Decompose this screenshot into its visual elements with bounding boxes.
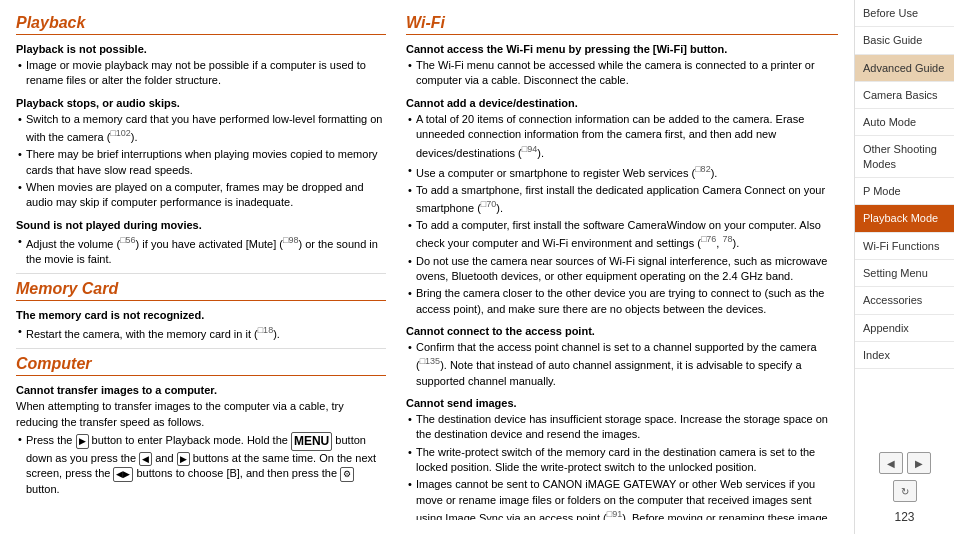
wifi-q4-bullet2: The write-protect switch of the memory c…	[406, 445, 838, 476]
func-icon: ⚙	[340, 467, 354, 482]
sidebar-item-p-mode[interactable]: P Mode	[855, 178, 954, 205]
left-icon: ◀	[139, 452, 152, 467]
wifi-section: Wi-Fi Cannot access the Wi-Fi menu by pr…	[406, 14, 838, 520]
wifi-q4-title: Cannot send images.	[406, 397, 838, 409]
sidebar-item-playback-mode[interactable]: Playback Mode	[855, 205, 954, 232]
playback-title: Playback	[16, 14, 386, 35]
sidebar-item-auto-mode[interactable]: Auto Mode	[855, 109, 954, 136]
wifi-q3-title: Cannot connect to the access point.	[406, 325, 838, 337]
wifi-q1-bullet1: The Wi-Fi menu cannot be accessed while …	[406, 58, 838, 89]
back-button[interactable]: ↻	[893, 480, 917, 502]
wifi-q2-title: Cannot add a device/destination.	[406, 97, 838, 109]
sidebar-item-other-shooting[interactable]: Other Shooting Modes	[855, 136, 954, 178]
sidebar-item-setting-menu[interactable]: Setting Menu	[855, 260, 954, 287]
playback-q1-bullet1: Image or movie playback may not be possi…	[16, 58, 386, 89]
wifi-q2-bullet4: To add a computer, first install the sof…	[406, 218, 838, 251]
wifi-q4-bullet3: Images cannot be sent to CANON iMAGE GAT…	[406, 477, 838, 520]
sidebar-item-basic-guide[interactable]: Basic Guide	[855, 27, 954, 54]
sidebar-item-appendix[interactable]: Appendix	[855, 315, 954, 342]
playback-q3-title: Sound is not played during movies.	[16, 219, 386, 231]
wifi-q2-bullet2: Use a computer or smartphone to register…	[406, 163, 838, 181]
wifi-q2-bullet1: A total of 20 items of connection inform…	[406, 112, 838, 161]
memory-card-title: Memory Card	[16, 280, 386, 301]
wifi-title: Wi-Fi	[406, 14, 838, 35]
playback-q2-bullet3: When movies are played on a computer, fr…	[16, 180, 386, 211]
next-page-button[interactable]: ▶	[907, 452, 931, 474]
playback-q2-title: Playback stops, or audio skips.	[16, 97, 386, 109]
wifi-q4-bullet1: The destination device has insufficient …	[406, 412, 838, 443]
prev-page-button[interactable]: ◀	[879, 452, 903, 474]
wifi-q2-bullet6: Bring the camera closer to the other dev…	[406, 286, 838, 317]
playback-q2-bullet2: There may be brief interruptions when pl…	[16, 147, 386, 178]
computer-q1-intro: When attempting to transfer images to th…	[16, 399, 386, 430]
divider-1	[16, 273, 386, 274]
computer-title: Computer	[16, 355, 386, 376]
playback-q3-bullet1: Adjust the volume (□56) if you have acti…	[16, 234, 386, 267]
sidebar-item-wifi-functions[interactable]: Wi-Fi Functions	[855, 233, 954, 260]
page-number: 123	[894, 506, 914, 526]
sidebar-item-accessories[interactable]: Accessories	[855, 287, 954, 314]
sidebar-item-advanced-guide[interactable]: Advanced Guide	[855, 55, 954, 82]
memory-card-q1-title: The memory card is not recognized.	[16, 309, 386, 321]
computer-q1-bullet1: Press the ▶ button to enter Playback mod…	[16, 432, 386, 497]
right-icon-2: ▶	[177, 452, 190, 467]
sidebar-nav: ◀ ▶ ↻ 123	[855, 444, 954, 534]
playback-q2-bullet1: Switch to a memory card that you have pe…	[16, 112, 386, 145]
nav-arrows: ◀ ▶	[879, 452, 931, 474]
wifi-q2-bullet3: To add a smartphone, first install the d…	[406, 183, 838, 216]
memory-card-section: Memory Card The memory card is not recog…	[16, 280, 386, 342]
divider-2	[16, 348, 386, 349]
playback-section: Playback Playback is not possible. Image…	[16, 14, 386, 267]
sidebar-item-index[interactable]: Index	[855, 342, 954, 369]
memory-card-q1-bullet1: Restart the camera, with the memory card…	[16, 324, 386, 342]
computer-q1-title: Cannot transfer images to a computer.	[16, 384, 386, 396]
sidebar-item-before-use[interactable]: Before Use	[855, 0, 954, 27]
lr-icon: ◀▶	[113, 467, 133, 482]
wifi-q3-bullet1: Confirm that the access point channel is…	[406, 340, 838, 389]
wifi-q1-title: Cannot access the Wi-Fi menu by pressing…	[406, 43, 838, 55]
menu-icon: MENU	[291, 432, 332, 451]
computer-section: Computer Cannot transfer images to a com…	[16, 355, 386, 497]
sidebar: Before Use Basic Guide Advanced Guide Ca…	[854, 0, 954, 534]
play-icon: ▶	[76, 434, 89, 449]
right-column: Wi-Fi Cannot access the Wi-Fi menu by pr…	[406, 14, 838, 520]
sidebar-item-camera-basics[interactable]: Camera Basics	[855, 82, 954, 109]
playback-q1-title: Playback is not possible.	[16, 43, 386, 55]
left-column: Playback Playback is not possible. Image…	[16, 14, 386, 520]
wifi-q2-bullet5: Do not use the camera near sources of Wi…	[406, 254, 838, 285]
